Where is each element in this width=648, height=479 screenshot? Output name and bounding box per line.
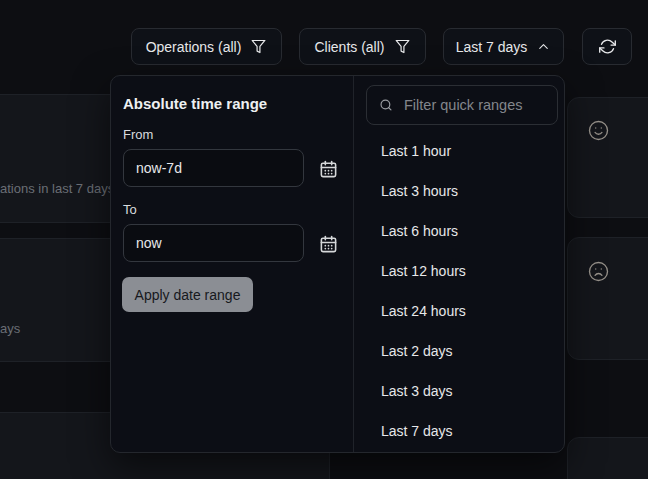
- operations-filter-button[interactable]: Operations (all): [131, 28, 282, 65]
- time-range-panel: Absolute time range From To: [110, 75, 565, 453]
- frown-icon: [587, 260, 610, 283]
- from-label: From: [123, 127, 153, 142]
- to-label: To: [123, 202, 137, 217]
- quick-range-option[interactable]: Last 24 hours: [354, 291, 558, 331]
- funnel-icon: [394, 38, 411, 55]
- quick-range-filter-input[interactable]: [366, 85, 558, 125]
- time-range-button[interactable]: Last 7 days: [443, 28, 564, 65]
- quick-range-filter: [366, 85, 558, 125]
- calendar-icon-button[interactable]: [317, 157, 341, 181]
- funnel-icon: [250, 38, 267, 55]
- time-range-label: Last 7 days: [456, 39, 528, 55]
- refresh-button[interactable]: [582, 28, 632, 65]
- absolute-time-range-title: Absolute time range: [123, 95, 267, 112]
- apply-date-range-button[interactable]: Apply date range: [122, 277, 253, 312]
- refresh-icon: [599, 38, 616, 55]
- quick-range-option[interactable]: Last 6 hours: [354, 211, 558, 251]
- chevron-up-icon: [536, 39, 551, 54]
- quick-range-option[interactable]: Last 3 days: [354, 371, 558, 411]
- quick-range-option[interactable]: Last 3 hours: [354, 171, 558, 211]
- background-card-bottom-right: [567, 437, 648, 479]
- card-caption: ays: [0, 321, 20, 336]
- clients-filter-label: Clients (all): [314, 39, 384, 55]
- operations-filter-label: Operations (all): [146, 39, 242, 55]
- card-caption: ations in last 7 days: [0, 181, 114, 196]
- calendar-icon-button[interactable]: [317, 232, 341, 256]
- quick-range-option[interactable]: Last 2 days: [354, 331, 558, 371]
- quick-range-option[interactable]: Last 1 hour: [354, 131, 558, 171]
- calendar-icon: [319, 160, 338, 179]
- from-input[interactable]: [123, 149, 304, 187]
- smiley-icon: [587, 119, 610, 142]
- clients-filter-button[interactable]: Clients (all): [299, 28, 426, 65]
- quick-range-option[interactable]: Last 12 hours: [354, 251, 558, 291]
- app-window: ations in last 7 days ays Operations (al…: [0, 0, 648, 479]
- quick-range-option[interactable]: Last 7 days: [354, 411, 558, 451]
- calendar-icon: [319, 235, 338, 254]
- to-input[interactable]: [123, 224, 304, 262]
- quick-ranges-list: Last 1 hourLast 3 hoursLast 6 hoursLast …: [354, 131, 558, 451]
- background-card-mid-right: [567, 237, 648, 360]
- background-card-top-right: [567, 97, 648, 218]
